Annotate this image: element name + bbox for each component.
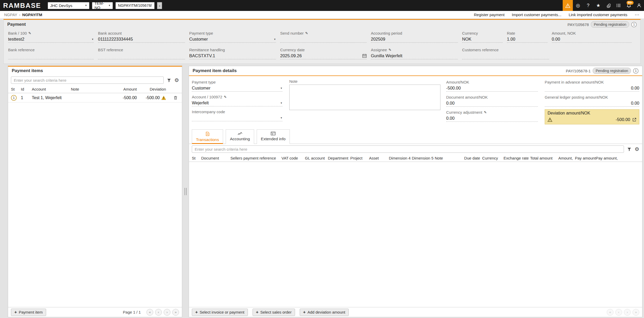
status-ring: 1	[11, 95, 17, 101]
rate-value[interactable]: 1.00	[507, 36, 548, 43]
open-deviation-icon[interactable]	[632, 118, 636, 122]
add-deviation-amount-button[interactable]: + Add deviation amount	[300, 309, 349, 316]
column-header[interactable]: Note	[71, 87, 107, 91]
tab-transactions[interactable]: Transactions	[192, 129, 223, 144]
bank-reference-value[interactable]	[8, 53, 94, 59]
edit-icon[interactable]: ✎	[28, 31, 31, 35]
column-header[interactable]: Sellers payment reference	[230, 156, 281, 160]
transactions-search-input[interactable]	[192, 145, 624, 153]
calendar-icon[interactable]	[362, 54, 367, 58]
column-header[interactable]: Exchange rate	[504, 156, 529, 160]
tab-extended-info[interactable]: Extended info	[257, 129, 290, 144]
column-header[interactable]: VAT code	[281, 156, 305, 160]
column-header[interactable]: Amount,	[555, 156, 575, 160]
chevron-down-icon: ▼	[85, 4, 87, 7]
bank-account-value[interactable]: 011112223334445	[98, 36, 185, 43]
filter-icon[interactable]	[627, 147, 631, 151]
currency-value[interactable]: NOK	[462, 36, 503, 43]
column-header[interactable]: Note	[435, 156, 457, 160]
panel-splitter[interactable]	[182, 66, 189, 317]
support-button[interactable]: ◎	[573, 0, 583, 11]
menu-button[interactable]	[614, 0, 624, 11]
trash-icon[interactable]	[174, 96, 177, 100]
bst-reference-value[interactable]	[98, 53, 185, 59]
attachments-button[interactable]	[603, 0, 614, 11]
document-amount-value[interactable]: 0.00	[446, 100, 538, 107]
environment-select[interactable]: JHC DevSys ▼	[48, 2, 89, 9]
note-textarea[interactable]	[289, 85, 440, 110]
last-page-button[interactable]: »	[633, 309, 639, 316]
column-header[interactable]: Id	[21, 87, 32, 91]
amount-nok-value[interactable]: 0.00	[552, 36, 632, 43]
breadcrumb-parent[interactable]: NGPAY	[4, 12, 17, 17]
import-customer-payments-link[interactable]: Import customer payments...	[512, 12, 561, 17]
amount-nok-detail-value[interactable]: -500.00	[446, 85, 538, 92]
tab-accounting[interactable]: Accounting	[226, 129, 254, 144]
accounting-period-value[interactable]: 202509	[371, 36, 458, 43]
column-header[interactable]: Department	[328, 156, 350, 160]
intercompany-code-dropdown[interactable]: ▼	[192, 115, 283, 121]
column-header[interactable]: Due date	[457, 156, 482, 160]
edit-icon[interactable]: ✎	[389, 48, 391, 52]
register-payment-link[interactable]: Register payment	[474, 12, 505, 17]
column-header[interactable]: Document	[201, 156, 230, 160]
column-header[interactable]: Total amount	[529, 156, 555, 160]
first-page-button[interactable]: «	[607, 309, 614, 316]
add-payment-item-button[interactable]: + Payment item	[11, 309, 46, 316]
column-header[interactable]: GL account	[305, 156, 328, 160]
customers-reference-value[interactable]	[462, 53, 549, 59]
payment-in-advance-value[interactable]: 0.00	[545, 85, 639, 92]
currency-adjustment-value[interactable]: 0.00	[446, 115, 538, 122]
column-header[interactable]: Amount	[107, 87, 138, 91]
column-header[interactable]: Dimension 5 ...	[412, 156, 435, 160]
edit-icon[interactable]: ✎	[484, 110, 487, 114]
column-header[interactable]: Dimension 4 ...	[389, 156, 412, 160]
last-page-button[interactable]: »	[172, 309, 179, 316]
select-sales-order-button[interactable]: + Select sales order	[253, 309, 295, 316]
payment-type-dropdown[interactable]: Customer▼	[189, 36, 276, 43]
next-page-button[interactable]: ›	[164, 309, 170, 316]
more-actions-icon[interactable]: ⋯	[635, 12, 640, 18]
bank-account-field: Bank account 011112223334445	[98, 30, 189, 43]
notifications-button[interactable]: 99+	[624, 0, 634, 11]
edit-icon[interactable]: ✎	[224, 95, 227, 99]
bank-dropdown[interactable]: testtest2▼	[8, 36, 94, 43]
user-button[interactable]	[634, 0, 644, 11]
edit-icon[interactable]: ✎	[305, 31, 308, 35]
column-header[interactable]: Project	[350, 156, 369, 160]
gl-posting-amount-value[interactable]: 0.00	[545, 100, 639, 107]
gear-icon[interactable]: ⚙	[174, 78, 179, 83]
detail-payment-type-dropdown[interactable]: Customer▼	[192, 85, 283, 92]
send-number-value[interactable]	[280, 36, 367, 43]
back-button[interactable]: ‹	[157, 2, 162, 9]
payment-items-search-input[interactable]	[11, 77, 164, 84]
column-header[interactable]: St	[11, 87, 21, 91]
pagination: « ‹ › »	[607, 309, 639, 316]
remittance-handling-value[interactable]: BACSTXTV.1	[189, 53, 276, 59]
column-header[interactable]: Pay amount,	[596, 156, 618, 160]
help-button[interactable]: ?	[583, 0, 593, 11]
column-header[interactable]: Account	[32, 87, 71, 91]
assignee-value[interactable]: Gunilla Wejerfelt	[371, 53, 458, 59]
filter-icon[interactable]	[167, 78, 171, 82]
select-invoice-or-payment-button[interactable]: + Select invoice or payment	[192, 309, 248, 316]
link-imported-customer-payments-link[interactable]: Link imported customer payments	[569, 12, 627, 17]
column-header[interactable]: Asset	[369, 156, 389, 160]
detail-account-dropdown[interactable]: Wejerfelt▼	[192, 100, 283, 106]
prev-page-button[interactable]: ‹	[155, 309, 162, 316]
company-select[interactable]: TEM-NO ▼	[92, 2, 113, 9]
column-header[interactable]: Pay amount	[575, 156, 596, 160]
column-header[interactable]: Currency	[482, 156, 504, 160]
payment-item-row[interactable]: 1 1 Test 1, Wejerfelt -500.00 -500.00	[8, 93, 182, 103]
gear-icon[interactable]: ⚙	[635, 147, 639, 152]
currency-date-picker[interactable]: 2025.09.26	[280, 53, 367, 59]
column-header[interactable]: St	[192, 156, 201, 160]
column-header[interactable]: Deviation	[138, 87, 168, 91]
first-page-button[interactable]: «	[146, 309, 153, 316]
prev-page-button[interactable]: ‹	[615, 309, 622, 316]
warning-button[interactable]	[563, 0, 573, 11]
next-page-button[interactable]: ›	[624, 309, 631, 316]
rambase-logo: RAMBASE	[3, 2, 41, 10]
navigate-input[interactable]	[115, 2, 155, 9]
favorites-button[interactable]: ★	[593, 0, 603, 11]
